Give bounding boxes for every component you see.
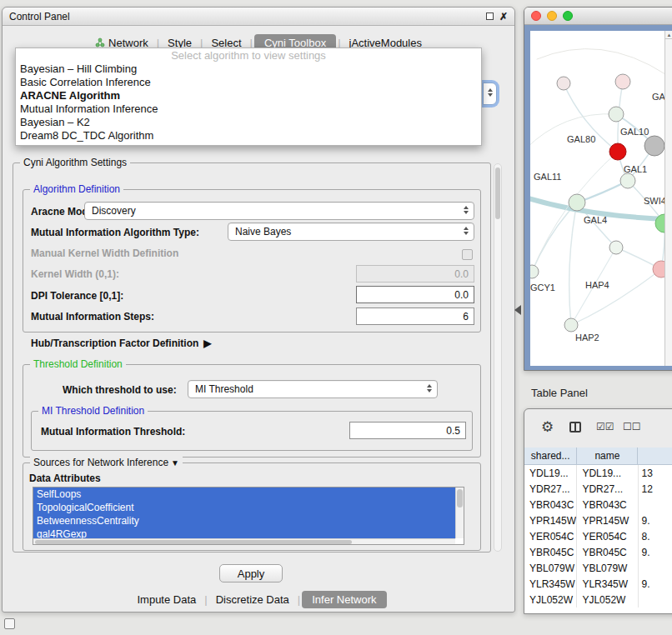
manual-kernel-checkbox[interactable] [462,249,473,260]
which-threshold-combo[interactable]: MI Threshold [188,380,438,398]
settings-vertical-scrollbar[interactable] [494,163,502,552]
minimized-window-icon[interactable] [4,618,15,629]
algorithm-definition-title: Algorithm Definition [30,183,123,195]
attribute-item[interactable]: gal4RGexp [33,528,455,538]
table-cell: YDL19... [524,465,577,481]
network-node[interactable] [609,241,623,254]
mi-type-combo[interactable]: Naive Bayes [228,222,474,241]
manual-kernel-label: Manual Kernel Width Definition [31,248,178,259]
algorithm-option[interactable]: Dream8 DC_TDC Algorithm [16,129,481,142]
hub-section-toggle[interactable]: Hub/Transcription Factor Definition ▶ [31,338,212,349]
table-row[interactable]: YBR045CYBR045C9. [524,544,672,560]
attribute-item[interactable]: SelfLoops [33,488,455,501]
network-edge[interactable] [569,202,577,325]
algorithm-option[interactable]: Bayesian – Hill Climbing [16,62,481,76]
algorithm-select-combo[interactable] [483,82,497,105]
select-all-icon[interactable]: ☑☑ [596,421,614,432]
table-cell: YPR145W [524,512,577,528]
list-vertical-scrollbar[interactable] [455,488,464,538]
table-row[interactable]: YPR145WYPR145W9. [524,512,672,528]
mi-steps-field[interactable]: 6 [356,308,474,325]
column-header[interactable]: name [577,448,638,464]
cyni-bottom-tab-bar: Impute Data|Discretize Data|Infer Networ… [3,591,514,608]
zoom-traffic-light-icon[interactable] [563,11,573,21]
scrollbar-thumb[interactable] [495,168,500,219]
network-node[interactable] [557,77,570,90]
algorithm-dropdown-popup: Select algorithm to view settingsBayesia… [15,48,482,146]
tab-label: Infer Network [312,593,376,606]
float-window-icon[interactable] [486,12,494,20]
table-cell: YDR27... [524,481,577,497]
network-window-titlebar [524,8,672,25]
table-cell: 9. [639,576,672,592]
tab-infer-network[interactable]: Infer Network [302,591,386,608]
table-row[interactable]: YER054CYER054C8. [524,528,672,544]
attribute-item[interactable]: TopologicalCoefficient [33,501,455,514]
mi-threshold-label: Mutual Information Threshold: [41,426,185,438]
tab-label: Impute Data [137,593,196,606]
network-node[interactable] [644,136,664,156]
network-node[interactable] [620,173,635,188]
table-cell: YER054C [577,528,638,544]
table-body: YDL19...YDL19...13YDR27...YDR27...12YBR0… [524,465,672,608]
desktop: Control Panel ✗ Network|Style|Select|Cyn… [0,0,672,635]
network-edge[interactable] [571,269,661,325]
table-row[interactable]: YDR27...YDR27...12 [524,481,672,497]
sources-group-title[interactable]: Sources for Network Inference ▼ [30,457,183,468]
control-panel-titlebar: Control Panel ✗ [3,8,514,26]
table-cell: 8. [639,528,672,544]
algorithm-option[interactable]: Mutual Information Inference [16,102,481,116]
table-cell: 13 [639,465,672,481]
scrollbar-thumb[interactable] [35,540,352,544]
list-horizontal-scrollbar[interactable] [33,538,455,544]
close-traffic-light-icon[interactable] [531,11,541,21]
algorithm-option[interactable]: ARACNE Algorithm [16,89,481,102]
window-controls: ✗ [486,12,508,22]
column-header[interactable]: shared... [524,448,577,464]
table-panel-title: Table Panel [531,387,588,399]
scrollbar-thumb[interactable] [457,489,463,508]
dpi-tolerance-field[interactable]: 0.0 [356,286,474,303]
hub-section-label: Hub/Transcription Factor Definition [31,338,198,349]
table-row[interactable]: YDL19...YDL19...13 [524,465,672,481]
tab-separator: | [298,593,300,606]
minimize-traffic-light-icon[interactable] [547,11,557,21]
network-node[interactable] [615,74,630,89]
deselect-all-icon[interactable]: ☐☐ [623,421,641,432]
network-node[interactable] [564,318,578,332]
network-node[interactable] [609,143,626,160]
tab-impute-data[interactable]: Impute Data [130,591,203,608]
gear-icon[interactable]: ⚙ [541,418,554,436]
aracne-mode-combo[interactable]: Discovery [84,202,474,220]
network-node[interactable] [569,194,585,211]
algorithm-option[interactable]: Bayesian – K2 [16,116,481,129]
mi-threshold-field[interactable]: 0.5 [349,422,466,439]
node-label: HAP2 [575,332,599,342]
panel-splitter-collapse-icon[interactable] [514,305,521,315]
network-vertical-scrollbar[interactable]: ▲ [664,31,672,366]
table-cell [639,560,672,576]
table-row[interactable]: YBR043CYBR043C [524,497,672,512]
column-display-icon[interactable] [569,422,581,432]
table-panel-window: ⚙ ☑☑ ☐☐ shared...name YDL19...YDL19...13… [524,408,672,614]
tab-discretize-data[interactable]: Discretize Data [209,591,296,608]
data-attributes-label: Data Attributes [29,472,101,484]
attribute-item[interactable]: BetweennessCentrality [33,514,455,528]
scroll-up-icon[interactable]: ▲ [665,31,672,39]
apply-button[interactable]: Apply [219,564,283,582]
table-row[interactable]: YJL052WYJL052W [524,592,672,608]
table-row[interactable]: YLR345WYLR345W9. [524,576,672,592]
network-edge[interactable] [537,49,665,74]
table-row[interactable]: YBL079WYBL079W [524,560,672,576]
network-canvas[interactable]: GAL80GAL10GAL11GAL1SWI4GAL4GCY1HAP4HAP2G… [530,31,672,366]
algorithm-placeholder-option[interactable]: Select algorithm to view settings [16,48,481,62]
algorithm-option[interactable]: Basic Correlation Inference [16,76,481,89]
column-header[interactable] [638,448,672,464]
table-cell: YJL052W [577,592,638,608]
network-node[interactable] [530,265,539,278]
table-cell: YDL19... [577,465,638,481]
table-toolbar: ⚙ ☑☑ ☐☐ [524,409,672,448]
close-window-icon[interactable]: ✗ [499,12,508,22]
network-node[interactable] [609,107,624,122]
tab-label: Discretize Data [216,593,289,606]
